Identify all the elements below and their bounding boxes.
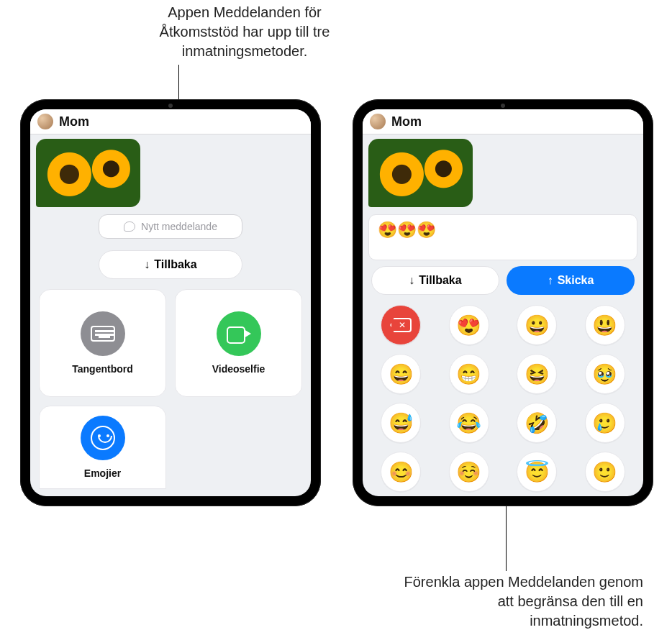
compose-value: 😍😍😍 xyxy=(378,221,436,239)
new-message-placeholder: Nytt meddelande xyxy=(141,221,217,232)
callout-leader-top xyxy=(178,65,179,99)
message-bubble-icon xyxy=(124,221,135,232)
back-button-label: Tillbaka xyxy=(154,258,196,271)
emoji-key[interactable]: 😅 xyxy=(381,403,421,443)
option-emoji-label: Emojier xyxy=(84,467,121,479)
emoji-key[interactable]: ☺️ xyxy=(449,452,489,492)
emoji-key[interactable]: 😍 xyxy=(449,305,489,345)
callout-bottom: Förenkla appen Meddelanden genom att beg… xyxy=(384,572,643,631)
emoji-icon xyxy=(81,416,125,460)
arrow-down-icon xyxy=(409,274,414,287)
emoji-key[interactable]: 🥹 xyxy=(585,354,625,394)
emoji-key[interactable]: 🥲 xyxy=(585,403,625,443)
sunflower-photo xyxy=(36,139,140,207)
emoji-key[interactable]: 😃 xyxy=(585,305,625,345)
screen-left: Mom Nytt meddelande Tillbaka xyxy=(30,109,311,496)
video-icon xyxy=(217,311,261,356)
received-photo-message[interactable] xyxy=(36,139,140,207)
emoji-key[interactable]: 😁 xyxy=(449,354,489,394)
callout-top: Appen Meddelanden för Åtkomststöd har up… xyxy=(130,3,360,61)
conversation-header[interactable]: Mom xyxy=(363,109,643,134)
back-button[interactable]: Tillbaka xyxy=(371,266,499,295)
emoji-key[interactable]: 😆 xyxy=(517,354,557,394)
device-row: Mom Nytt meddelande Tillbaka xyxy=(20,99,653,506)
input-method-grid: Tangentbord Videoselfie Emojier xyxy=(30,286,311,495)
emoji-keyboard: ✕ 😍 😀 😃 😄 😁 😆 🥹 😅 😂 🤣 🥲 😊 ☺️ 😇 xyxy=(363,302,643,496)
emoji-key[interactable]: 🤣 xyxy=(517,403,557,443)
contact-avatar xyxy=(37,114,53,129)
conversation-header[interactable]: Mom xyxy=(30,109,311,134)
received-photo-message[interactable] xyxy=(368,139,473,207)
emoji-key[interactable]: 🙂 xyxy=(585,452,625,492)
emoji-key[interactable]: 😇 xyxy=(517,452,557,492)
callout-leader-bottom xyxy=(506,506,507,571)
ipad-right: Mom 😍😍😍 Tillbaka Skicka xyxy=(353,99,653,506)
backspace-icon: ✕ xyxy=(390,318,412,332)
emoji-key[interactable]: 😄 xyxy=(381,354,421,394)
delete-key[interactable]: ✕ xyxy=(381,305,421,345)
arrow-up-icon xyxy=(548,274,553,287)
option-videoselfie-label: Videoselfie xyxy=(212,363,265,375)
arrow-down-icon xyxy=(144,258,150,271)
message-list xyxy=(363,134,643,210)
keyboard-icon xyxy=(81,311,125,356)
contact-name: Mom xyxy=(59,114,89,129)
ipad-left: Mom Nytt meddelande Tillbaka xyxy=(20,99,321,506)
emoji-key[interactable]: 😀 xyxy=(517,305,557,345)
send-button-label: Skicka xyxy=(558,274,594,287)
back-button-label: Tillbaka xyxy=(419,274,461,287)
compose-field[interactable]: 😍😍😍 xyxy=(368,214,637,260)
option-keyboard-label: Tangentbord xyxy=(72,363,133,375)
emoji-key[interactable]: 😂 xyxy=(449,403,489,443)
contact-avatar xyxy=(370,114,386,129)
option-keyboard[interactable]: Tangentbord xyxy=(39,289,166,397)
contact-name: Mom xyxy=(391,114,422,129)
sunflower-photo xyxy=(368,139,473,207)
message-list xyxy=(30,134,311,210)
send-button[interactable]: Skicka xyxy=(507,266,635,295)
back-button[interactable]: Tillbaka xyxy=(99,250,242,279)
screen-right: Mom 😍😍😍 Tillbaka Skicka xyxy=(363,109,643,496)
option-emoji[interactable]: Emojier xyxy=(39,406,166,489)
new-message-field[interactable]: Nytt meddelande xyxy=(99,214,242,239)
option-videoselfie[interactable]: Videoselfie xyxy=(175,289,302,397)
emoji-key[interactable]: 😊 xyxy=(381,452,421,492)
